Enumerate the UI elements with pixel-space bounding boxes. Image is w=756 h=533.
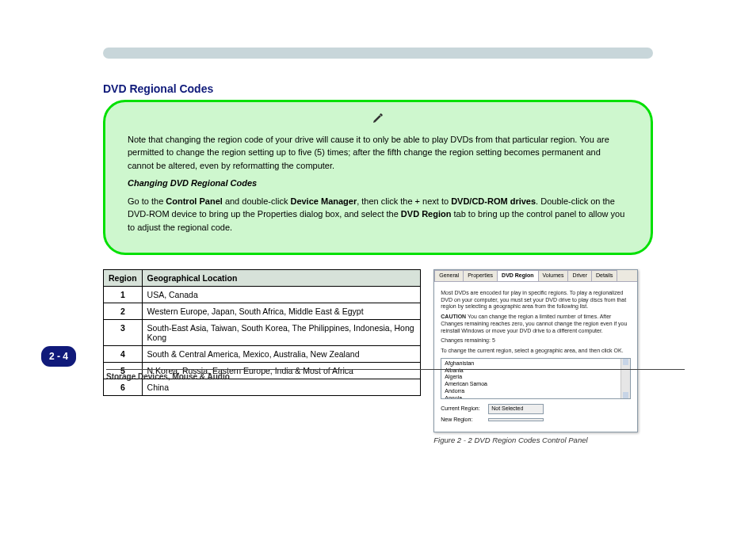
new-region-label: New Region: [441, 417, 485, 424]
dialog-intro-text: Most DVDs are encoded for play in specif… [441, 290, 631, 310]
t: Device Manager [290, 196, 357, 206]
section-heading: DVD Regional Codes [103, 82, 685, 95]
table-row: 2Western Europe, Japan, South Africa, Mi… [104, 303, 421, 320]
t: DVD/CD-ROM drives [451, 196, 536, 206]
t: , then click the + next to [357, 196, 451, 206]
cell: South & Central America, Mexico, Austral… [142, 346, 421, 363]
caution-body: You can change the region a limited numb… [441, 314, 627, 333]
cell: China [142, 379, 421, 396]
cell: 2 [104, 303, 143, 320]
cell: USA, Canada [142, 287, 421, 303]
caution-label: CAUTION [441, 314, 466, 319]
changes-value: 5 [492, 337, 495, 343]
tab-dvd-region[interactable]: DVD Region [497, 270, 538, 281]
table-row: 1USA, Canada [104, 287, 421, 303]
note-box: Note that changing the region code of yo… [103, 100, 653, 255]
tab-volumes[interactable]: Volumes [538, 270, 569, 281]
current-region-value: Not Selected [488, 404, 544, 414]
dvd-region-properties-dialog: General Properties DVD Region Volumes Dr… [433, 269, 638, 432]
tab-properties[interactable]: Properties [463, 270, 498, 281]
table-row: 4South & Central America, Mexico, Austra… [104, 346, 421, 363]
tab-details[interactable]: Details [591, 270, 617, 281]
table-row: 6China [104, 379, 421, 396]
tab-driver[interactable]: Driver [567, 270, 592, 281]
cell: 1 [104, 287, 143, 303]
t: Go to the [128, 196, 166, 206]
cell: Western Europe, Japan, South Africa, Mid… [142, 303, 421, 320]
t: and double-click [223, 196, 291, 206]
cell: 3 [104, 320, 143, 346]
figure-caption: Figure 2 - 2 DVD Region Codes Control Pa… [433, 436, 621, 444]
dialog-tabs: General Properties DVD Region Volumes Dr… [434, 270, 637, 282]
current-region-label: Current Region: [441, 405, 485, 413]
cell: 6 [104, 379, 143, 396]
note-paragraph-2: Go to the Control Panel and double-click… [128, 195, 628, 234]
t: Control Panel [166, 196, 223, 206]
cell: 4 [104, 346, 143, 363]
t: DVD Region [401, 209, 452, 219]
changes-label: Changes remaining: [441, 337, 491, 343]
table-row: 3South-East Asia, Taiwan, South Korea, T… [104, 320, 421, 346]
page-header-bar [103, 48, 653, 59]
list-item[interactable]: American Samoa [445, 381, 616, 388]
tab-general[interactable]: General [434, 270, 464, 281]
footer-chapter: Storage Devices, Mouse & Audio [106, 372, 230, 381]
pencil-icon [128, 112, 628, 128]
dialog-caution-text: CAUTION You can change the region a limi… [441, 314, 631, 334]
table-header-location: Geographical Location [142, 270, 421, 287]
note-subheading: Changing DVD Regional Codes [128, 177, 628, 190]
new-region-value [488, 418, 544, 421]
list-item[interactable]: Afghanistan [445, 360, 616, 367]
changes-remaining: Changes remaining: 5 [441, 337, 631, 345]
dialog-instruction: To change the current region, select a g… [441, 348, 631, 355]
table-header-region: Region [104, 270, 143, 287]
page-number-badge: 2 - 4 [41, 346, 76, 367]
list-item[interactable]: Andorra [445, 388, 616, 395]
cell: South-East Asia, Taiwan, South Korea, Th… [142, 320, 421, 346]
page-footer: Storage Devices, Mouse & Audio [106, 369, 685, 381]
note-paragraph-1: Note that changing the region code of yo… [128, 133, 628, 173]
list-item[interactable]: Angola [445, 395, 616, 399]
